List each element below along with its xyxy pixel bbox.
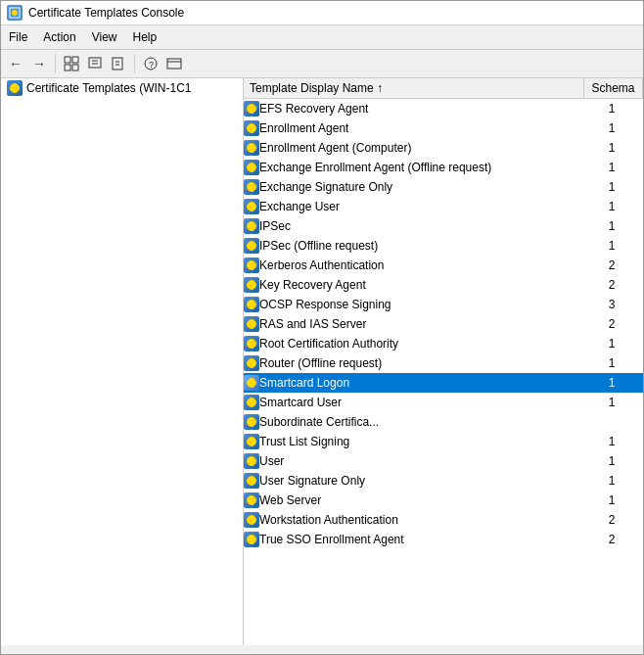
list-item-name: Exchange Enrollment Agent (Offline reque…	[259, 161, 584, 174]
list-item-icon	[244, 414, 259, 430]
list-item[interactable]: Workstation Authentication2	[244, 510, 643, 530]
svg-rect-9	[113, 58, 122, 70]
tree-root-icon	[7, 80, 23, 96]
toolbar-sep-1	[55, 54, 56, 73]
list-item[interactable]: EFS Recovery Agent1	[244, 99, 643, 118]
list-item-name: Key Recovery Agent	[259, 278, 584, 292]
list-item-schema: 1	[584, 396, 643, 409]
list-item-schema: 1	[584, 200, 643, 213]
list-item-icon	[244, 375, 259, 391]
menu-file[interactable]: File	[1, 27, 35, 47]
list-item[interactable]: OCSP Response Signing3	[244, 295, 643, 314]
list-item-icon	[244, 512, 259, 528]
list-item-icon	[244, 336, 259, 351]
list-item-name: User	[259, 454, 584, 468]
view-button[interactable]	[61, 53, 82, 74]
list-item[interactable]: RAS and IAS Server2	[244, 314, 643, 334]
forward-button[interactable]: →	[28, 53, 50, 74]
list-item-name: Smartcard Logon	[259, 376, 584, 390]
list-item-name: Root Certification Authority	[259, 337, 584, 351]
list-item[interactable]: Trust List Signing1	[244, 432, 643, 451]
list-item-icon	[244, 277, 259, 293]
help-button[interactable]: ?	[140, 53, 161, 74]
list-item-name: Enrollment Agent	[259, 121, 584, 135]
list-item[interactable]: Exchange Signature Only1	[244, 177, 643, 197]
list-item[interactable]: Key Recovery Agent2	[244, 275, 643, 295]
list-item[interactable]: Router (Offline request)1	[244, 353, 643, 373]
list-item-icon	[244, 120, 259, 136]
list-item[interactable]: User1	[244, 451, 643, 471]
list-item[interactable]: True SSO Enrollment Agent2	[244, 530, 643, 549]
list-item[interactable]: Smartcard Logon1	[244, 373, 643, 393]
list-item[interactable]: Enrollment Agent1	[244, 118, 643, 138]
title-bar: Certificate Templates Console	[1, 1, 643, 25]
list-item-schema: 1	[584, 493, 643, 507]
svg-point-1	[12, 10, 18, 16]
list-item-icon	[244, 532, 259, 547]
list-items: EFS Recovery Agent1Enrollment Agent1Enro…	[244, 99, 643, 640]
menu-help[interactable]: Help	[125, 27, 165, 47]
list-item-schema: 2	[584, 513, 643, 527]
list-item-name: EFS Recovery Agent	[259, 102, 584, 116]
list-item-name: Kerberos Authentication	[259, 258, 584, 272]
list-item[interactable]: Smartcard User1	[244, 393, 643, 412]
list-item-schema: 2	[584, 258, 643, 272]
app-icon	[7, 5, 23, 21]
list-item[interactable]: Kerberos Authentication2	[244, 256, 643, 275]
list-item-icon	[244, 355, 259, 371]
list-item-icon	[244, 316, 259, 332]
right-pane: Template Display Name ↑ Schema EFS Recov…	[244, 78, 643, 645]
list-item[interactable]: IPSec (Offline request)1	[244, 236, 643, 256]
menu-action[interactable]: Action	[35, 27, 83, 47]
list-item[interactable]: IPSec1	[244, 216, 643, 236]
list-item-name: Exchange Signature Only	[259, 180, 584, 194]
list-item-name: Exchange User	[259, 200, 584, 213]
menu-bar: File Action View Help	[1, 25, 643, 50]
list-item[interactable]: Enrollment Agent (Computer)1	[244, 138, 643, 158]
list-item-icon	[244, 395, 259, 410]
list-item-schema: 1	[584, 356, 643, 370]
list-item-name: Router (Offline request)	[259, 356, 584, 370]
properties-button[interactable]	[84, 53, 106, 74]
list-item-name: Enrollment Agent (Computer)	[259, 141, 584, 155]
tree-root-item[interactable]: Certificate Templates (WIN-1C1	[1, 78, 243, 98]
toolbar-sep-2	[134, 54, 135, 73]
list-item[interactable]: Web Server1	[244, 491, 643, 510]
list-item-name: Workstation Authentication	[259, 513, 584, 527]
menu-view[interactable]: View	[84, 27, 125, 47]
list-item-schema: 3	[584, 298, 643, 311]
list-item-schema: 1	[584, 102, 643, 116]
list-item[interactable]: Subordinate Certifica...	[244, 412, 643, 432]
list-item-icon	[244, 179, 259, 195]
list-item-icon	[244, 257, 259, 273]
list-item-schema: 2	[584, 317, 643, 331]
export-button[interactable]	[108, 53, 129, 74]
list-item[interactable]: Exchange Enrollment Agent (Offline reque…	[244, 158, 643, 177]
list-item-schema: 1	[584, 435, 643, 448]
list-item-name: IPSec	[259, 219, 584, 233]
list-item-icon	[244, 434, 259, 449]
list-item-icon	[244, 101, 259, 117]
list-item-icon	[244, 297, 259, 312]
list-item-schema: 1	[584, 376, 643, 390]
list-item-schema: 2	[584, 533, 643, 546]
svg-rect-5	[72, 65, 78, 70]
list-item[interactable]: Root Certification Authority1	[244, 334, 643, 353]
console-button[interactable]	[163, 53, 185, 74]
svg-rect-2	[65, 57, 70, 63]
list-item[interactable]: User Signature Only1	[244, 471, 643, 491]
back-button[interactable]: ←	[5, 53, 26, 74]
list-item-icon	[244, 218, 259, 234]
col-header-name[interactable]: Template Display Name ↑	[244, 78, 584, 98]
list-item-icon	[244, 199, 259, 214]
title-text: Certificate Templates Console	[28, 6, 184, 20]
list-item[interactable]: Exchange User1	[244, 197, 643, 216]
list-item-name: User Signature Only	[259, 474, 584, 488]
col-header-schema[interactable]: Schema	[584, 78, 643, 98]
list-item-name: Web Server	[259, 493, 584, 507]
tree-root-label: Certificate Templates (WIN-1C1	[26, 81, 192, 95]
list-item-schema: 1	[584, 161, 643, 174]
list-item-name: Trust List Signing	[259, 435, 584, 448]
svg-rect-3	[72, 57, 78, 63]
list-item-schema: 2	[584, 278, 643, 292]
